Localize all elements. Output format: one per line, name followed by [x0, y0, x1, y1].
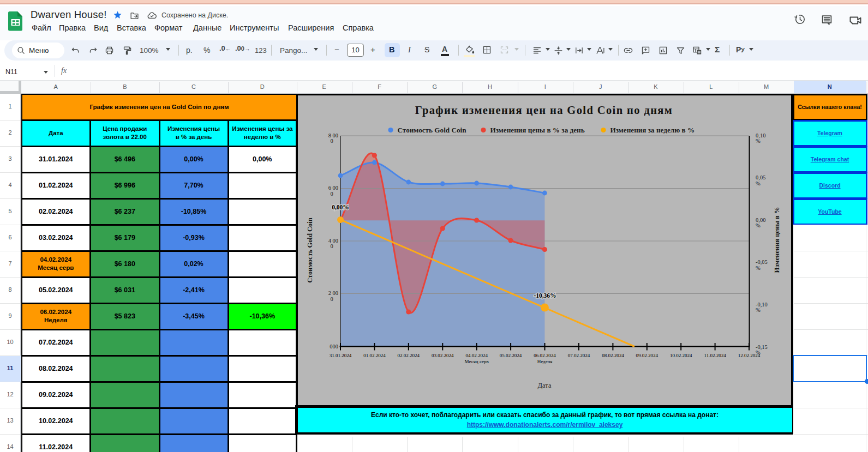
svg-text:Изменения за неделю в %: Изменения за неделю в %	[610, 126, 695, 134]
svg-text:Изменения цены в %: Изменения цены в %	[773, 207, 781, 273]
svg-text:0,10: 0,10	[756, 132, 765, 138]
svg-text:0: 0	[330, 243, 333, 249]
svg-text:%: %	[756, 307, 761, 313]
svg-text:4 00: 4 00	[328, 238, 338, 244]
svg-text:-0,15: -0,15	[756, 344, 768, 350]
svg-text:%: %	[756, 265, 761, 271]
svg-text:6 00: 6 00	[328, 185, 338, 191]
svg-text:%: %	[756, 222, 761, 228]
svg-text:06.02.2024: 06.02.2024	[534, 353, 556, 358]
svg-text:31.01.2024: 31.01.2024	[330, 353, 352, 358]
svg-text:2 00: 2 00	[328, 290, 338, 296]
svg-text:01.02.2024: 01.02.2024	[363, 353, 386, 358]
svg-text:04.02.2024: 04.02.2024	[465, 353, 488, 358]
svg-text:10.02.2024: 10.02.2024	[670, 353, 692, 358]
svg-text:-0,10: -0,10	[756, 302, 768, 308]
svg-text:12.02.2024: 12.02.2024	[738, 353, 761, 358]
svg-text:000: 000	[330, 343, 338, 349]
svg-text:Неделя: Неделя	[537, 359, 553, 364]
svg-text:-10,36%: -10,36%	[534, 292, 556, 299]
svg-text:Месяц серв: Месяц серв	[465, 359, 489, 364]
svg-text:11.02.2024: 11.02.2024	[704, 353, 727, 358]
svg-text:%: %	[756, 180, 761, 186]
svg-text:0,00: 0,00	[756, 217, 765, 223]
svg-text:07.02.2024: 07.02.2024	[568, 353, 590, 358]
svg-text:08.02.2024: 08.02.2024	[602, 353, 624, 358]
svg-text:03.02.2024: 03.02.2024	[432, 353, 454, 358]
svg-text:Стоимость Gold Coin: Стоимость Gold Coin	[398, 126, 467, 134]
svg-text:Стоимость Gold Coin: Стоимость Gold Coin	[306, 218, 314, 283]
svg-text:0: 0	[330, 191, 333, 197]
svg-text:Дата: Дата	[538, 382, 552, 389]
svg-text:-0,05: -0,05	[756, 259, 768, 265]
svg-text:02.02.2024: 02.02.2024	[398, 353, 420, 358]
svg-text:09.02.2024: 09.02.2024	[636, 353, 659, 358]
svg-text:%: %	[756, 138, 761, 144]
svg-text:0: 0	[330, 296, 333, 302]
svg-text:0,00%: 0,00%	[332, 204, 349, 210]
svg-text:Изменения цены в % за день: Изменения цены в % за день	[490, 126, 585, 134]
svg-text:0,05: 0,05	[756, 174, 765, 180]
svg-text:8 00: 8 00	[328, 132, 338, 138]
svg-text:0: 0	[330, 138, 333, 144]
svg-text:05.02.2024: 05.02.2024	[500, 353, 522, 358]
svg-text:График изменения цен на Gold C: График изменения цен на Gold Coin по дня…	[415, 104, 673, 117]
